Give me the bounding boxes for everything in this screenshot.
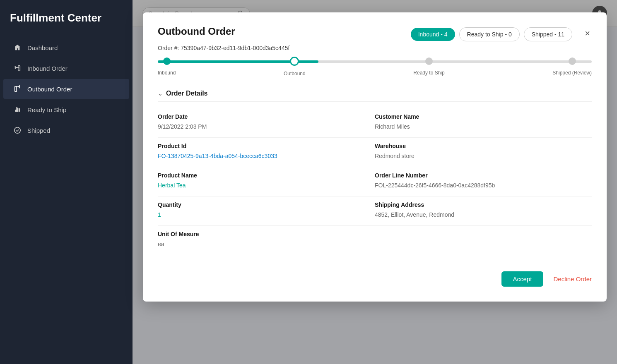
stepper-dots: Inbound Outbound Ready to Ship Shipped (… (158, 59, 592, 77)
field-customer-name: Customer Name Richard Miles (375, 108, 592, 138)
outbound-icon (13, 85, 22, 93)
order-number: Order #: 75390a47-9b32-ed11-9db1-000d3a5… (158, 45, 592, 51)
field-empty-right (375, 226, 592, 255)
decline-button[interactable]: Decline Order (553, 275, 592, 283)
field-quantity: Quantity 1 (158, 196, 375, 226)
step-dot-outbound (290, 57, 299, 66)
shipping-address-label: Shipping Address (375, 201, 575, 208)
step-inbound: Inbound (158, 59, 176, 77)
product-id-value: FO-13870425-9a13-4bda-a054-bcecca6c3033 (158, 153, 358, 159)
sidebar-item-ready-to-ship[interactable]: Ready to Ship (3, 100, 129, 120)
field-order-line-number: Order Line Number FOL-225444dc-26f5-4666… (375, 167, 592, 196)
order-line-number-label: Order Line Number (375, 172, 575, 179)
sidebar-item-inbound-order[interactable]: Inbound Order (3, 58, 129, 78)
modal-title: Outbound Order (158, 26, 235, 37)
customer-name-value: Richard Miles (375, 123, 575, 130)
step-label-shipped: Shipped (Review) (552, 70, 592, 76)
sidebar-item-dashboard[interactable]: Dashboard (3, 38, 129, 57)
step-outbound: Outbound (284, 59, 306, 77)
step-dot-ready (425, 57, 433, 65)
field-order-date: Order Date 9/12/2022 2:03 PM (158, 108, 375, 138)
check-circle-icon (13, 126, 22, 134)
modal-dialog: Outbound Order Inbound - 4 Ready to Ship… (143, 12, 607, 302)
section-title: Order Details (166, 90, 207, 97)
chevron-down-icon: ⌄ (158, 90, 163, 97)
field-product-id: Product Id FO-13870425-9a13-4bda-a054-bc… (158, 138, 375, 167)
modal-title-block: Outbound Order (158, 26, 235, 37)
badge-shipped[interactable]: Shipped - 11 (524, 27, 572, 41)
accept-button[interactable]: Accept (501, 271, 544, 287)
sidebar: Fulfillment Center Dashboard Inbound Ord… (0, 0, 133, 364)
quantity-value: 1 (158, 211, 358, 218)
step-shipped-review: Shipped (Review) (552, 59, 592, 77)
product-name-value: Herbal Tea (158, 182, 358, 189)
unit-of-measure-value: ea (158, 241, 358, 247)
product-name-label: Product Name (158, 172, 358, 179)
modal-header: Outbound Order Inbound - 4 Ready to Ship… (158, 26, 592, 41)
step-label-ready: Ready to Ship (413, 70, 444, 76)
close-button[interactable]: × (583, 27, 592, 40)
quantity-label: Quantity (158, 201, 358, 208)
order-number-label: Order #: (158, 45, 179, 51)
order-line-number-value: FOL-225444dc-26f5-4666-8da0-0ac4288df95b (375, 182, 575, 189)
modal-footer: Accept Decline Order (158, 265, 592, 287)
order-date-value: 9/12/2022 2:03 PM (158, 123, 358, 130)
unit-of-measure-label: Unit Of Mesure (158, 231, 358, 237)
home-icon (13, 43, 22, 52)
thumb-icon (13, 105, 22, 114)
order-date-label: Order Date (158, 113, 358, 120)
sidebar-label-outbound-order: Outbound Order (27, 86, 72, 93)
warehouse-label: Warehouse (375, 143, 575, 149)
shipping-address-value: 4852, Elliot, Avenue, Redmond (375, 211, 575, 218)
badge-ready-to-ship[interactable]: Ready to Ship - 0 (459, 27, 520, 41)
details-grid: Order Date 9/12/2022 2:03 PM Customer Na… (158, 108, 592, 255)
field-product-name: Product Name Herbal Tea (158, 167, 375, 196)
section-header: ⌄ Order Details (158, 90, 592, 102)
svg-point-4 (14, 127, 20, 133)
svg-rect-3 (15, 86, 17, 92)
warehouse-value: Redmond store (375, 153, 575, 159)
app-title: Fulfillment Center (0, 0, 133, 38)
sidebar-item-shipped[interactable]: Shipped (3, 120, 129, 140)
step-dot-inbound (163, 57, 171, 65)
main-area: Outbound Order Inbound - 4 Ready to Ship… (133, 0, 617, 364)
sidebar-label-dashboard: Dashboard (27, 44, 58, 51)
step-ready-to-ship: Ready to Ship (413, 59, 444, 77)
sidebar-label-ready-to-ship: Ready to Ship (27, 106, 66, 113)
customer-name-label: Customer Name (375, 113, 575, 120)
field-shipping-address: Shipping Address 4852, Elliot, Avenue, R… (375, 196, 592, 226)
badge-inbound[interactable]: Inbound - 4 (411, 28, 455, 41)
sidebar-item-outbound-order[interactable]: Outbound Order (3, 79, 129, 99)
step-label-inbound: Inbound (158, 70, 176, 76)
modal-overlay: Outbound Order Inbound - 4 Ready to Ship… (133, 0, 617, 364)
sidebar-label-inbound-order: Inbound Order (27, 65, 67, 72)
field-warehouse: Warehouse Redmond store (375, 138, 592, 167)
product-id-label: Product Id (158, 143, 358, 149)
svg-rect-1 (18, 66, 20, 71)
step-label-outbound: Outbound (284, 71, 306, 77)
order-number-value: 75390a47-9b32-ed11-9db1-000d3a5c445f (181, 45, 289, 51)
inbound-icon (13, 64, 22, 72)
step-dot-shipped (569, 57, 576, 65)
sidebar-label-shipped: Shipped (27, 127, 50, 134)
status-badges: Inbound - 4 Ready to Ship - 0 Shipped - … (411, 27, 572, 41)
sidebar-nav: Dashboard Inbound Order Outbound Order R… (0, 38, 133, 140)
field-unit-of-measure: Unit Of Mesure ea (158, 226, 375, 255)
stepper: Inbound Outbound Ready to Ship Shipped (… (158, 60, 592, 77)
